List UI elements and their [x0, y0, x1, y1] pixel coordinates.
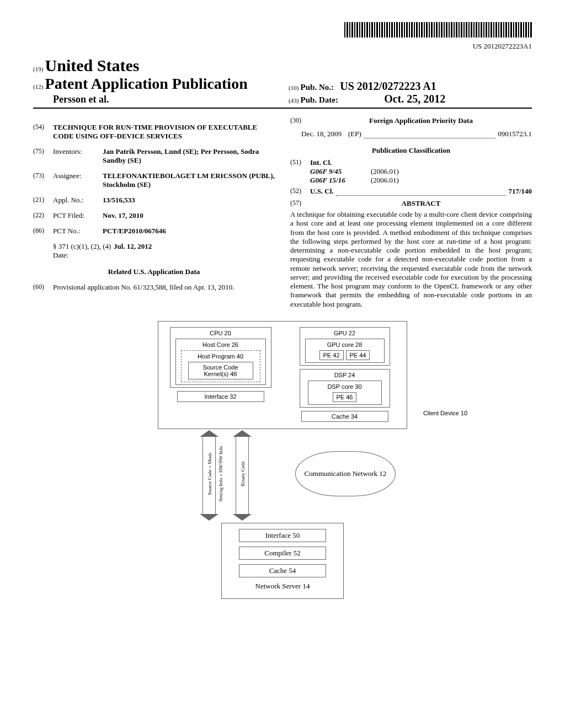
dsp-label: DSP 24 [334, 372, 355, 378]
related-data-heading: Related U.S. Application Data [33, 267, 275, 276]
inid-22: (22) [33, 211, 53, 220]
network-server-label: Network Server 14 [255, 582, 310, 591]
abstract-heading: ABSTRACT [310, 199, 532, 208]
inid-54: (54) [33, 123, 53, 131]
inid-19: (19) [33, 66, 43, 72]
host-program-label: Host Program 40 [198, 353, 243, 360]
arrow-binary-code: Binary Code [236, 437, 249, 514]
client-device-label: Client Device 10 [423, 410, 467, 416]
inid-57: (57) [290, 199, 310, 207]
inid-12: (12) [33, 83, 43, 90]
inid-60: (60) [33, 283, 53, 291]
dsp-core-box: DSP core 30 PE 46 [308, 381, 382, 405]
pctno-value: PCT/EP2010/067646 [103, 227, 275, 235]
inventors-label: Inventors: [53, 147, 103, 156]
assignee-label: Assignee: [53, 172, 103, 180]
pctno-label: PCT No.: [53, 227, 103, 235]
inid-43: (43) [289, 97, 299, 104]
arrow1-label-a: Source Code + Mode [207, 441, 212, 507]
inid-75: (75) [33, 147, 53, 156]
dots-line-2 [336, 190, 507, 196]
publication-date: Oct. 25, 2012 [384, 93, 445, 105]
gpu-core-label: GPU core 28 [327, 341, 363, 348]
cache-34-box: Cache 34 [301, 411, 388, 422]
pub-classification-heading: Publication Classification [290, 146, 532, 155]
figure-wrap: CPU 20 Host Core 26 Host Program 40 Sour… [33, 321, 532, 599]
foreign-priority-heading: Foreign Application Priority Data [310, 116, 532, 125]
foreign-appl-number: 09015723.1 [498, 130, 532, 138]
pe-42-box: PE 42 [319, 350, 344, 360]
applno-label: Appl. No.: [53, 196, 103, 205]
right-column: (30) Foreign Application Priority Data D… [290, 116, 532, 309]
interface-32-box: Interface 32 [177, 391, 264, 402]
intcl-2-version: (2006.01) [371, 176, 399, 185]
s371-label: § 371 (c)(1), (2), (4) Date: [53, 242, 114, 260]
dsp-core-label: DSP core 30 [327, 383, 361, 390]
cpu-label: CPU 20 [210, 330, 231, 336]
s371-date: Jul. 12, 2012 [114, 242, 275, 251]
gpu-core-box: GPU core 28 PE 42 PE 44 [305, 339, 385, 363]
interface-50-box: Interface 50 [239, 529, 326, 542]
inid-21: (21) [33, 196, 53, 204]
cache-54-box: Cache 54 [239, 564, 326, 577]
cloud-label: Communication Network 12 [305, 469, 387, 478]
cloud-communication-network: Communication Network 12 [295, 451, 396, 496]
pe-46-box: PE 46 [333, 392, 357, 402]
barcode-area [33, 22, 532, 40]
pe-44-box: PE 44 [346, 350, 370, 360]
arrow1-label-b: Setting Info + HW/SW Info [218, 441, 223, 507]
pubno-label: Pub. No.: [301, 83, 334, 92]
inid-51: (51) [290, 158, 310, 167]
arrow2-label: Binary Code [240, 446, 246, 501]
left-column: (54) TECHNIQUE FOR RUN-TIME PROVISION OF… [33, 116, 275, 309]
gpu-label: GPU 22 [334, 330, 355, 336]
pctfiled-value: Nov. 17, 2010 [103, 211, 275, 220]
pctfiled-label: PCT Filed: [53, 211, 103, 220]
body-columns: (54) TECHNIQUE FOR RUN-TIME PROVISION OF… [33, 116, 532, 309]
foreign-country: (EP) [348, 130, 361, 138]
intcl-2: G06F 15/16 [310, 176, 371, 185]
network-area: Source Code + Mode Setting Info + HW/SW … [164, 429, 401, 523]
assignee-value: TELEFONAKTIEBOLAGET LM ERICSSON (PUBL), … [103, 172, 275, 189]
host-program-box: Host Program 40 Source Code Kernel(s) 48 [181, 350, 260, 382]
country: United States [45, 56, 140, 74]
inid-86: (86) [33, 227, 53, 235]
inid-52: (52) [290, 187, 310, 195]
intcl-1: G06F 9/45 [310, 167, 371, 176]
host-core-box: Host Core 26 Host Program 40 Source Code… [175, 339, 266, 385]
client-device-box: CPU 20 Host Core 26 Host Program 40 Sour… [158, 321, 407, 429]
header-block: (19) United States (12) Patent Applicati… [33, 56, 532, 109]
source-kernel-box: Source Code Kernel(s) 48 [188, 362, 253, 379]
dots-line [364, 132, 495, 138]
uscl-value: 717/140 [508, 187, 532, 196]
applicant-name: Persson et al. [33, 94, 289, 105]
publication-number: US 2012/0272223 A1 [340, 80, 436, 92]
host-core-label: Host Core 26 [202, 341, 238, 348]
inid-30: (30) [290, 116, 310, 125]
doc-number-under-barcode: US 20120272223A1 [33, 42, 532, 51]
foreign-date: Dec. 18, 2009 [301, 130, 342, 138]
barcode [344, 22, 532, 38]
uscl-label: U.S. Cl. [310, 187, 334, 196]
network-server-box: Interface 50 Compiler 52 Cache 54 Networ… [221, 523, 344, 599]
inid-10: (10) [289, 84, 299, 91]
abstract-text: A technique for obtaining executable cod… [290, 210, 532, 309]
cpu-box: CPU 20 Host Core 26 Host Program 40 Sour… [170, 327, 271, 388]
provisional-text: Provisional application No. 61/323,588, … [53, 283, 275, 292]
dsp-box: DSP 24 DSP core 30 PE 46 [300, 369, 390, 408]
intcl-label: Int. Cl. [310, 158, 532, 167]
arrow-source-info: Source Code + Mode Setting Info + HW/SW … [202, 437, 216, 514]
inventors-value: Jan Patrik Persson, Lund (SE); Per Perss… [103, 147, 275, 165]
invention-title: TECHNIQUE FOR RUN-TIME PROVISION OF EXEC… [53, 123, 275, 141]
gpu-box: GPU 22 GPU core 28 PE 42 PE 44 [300, 327, 390, 366]
pubdate-label: Pub. Date: [301, 95, 338, 104]
compiler-52-box: Compiler 52 [239, 547, 326, 560]
applno-value: 13/516,533 [103, 196, 275, 205]
intcl-1-version: (2006.01) [371, 167, 399, 176]
inid-73: (73) [33, 172, 53, 180]
publication-type: Patent Application Publication [45, 75, 248, 92]
